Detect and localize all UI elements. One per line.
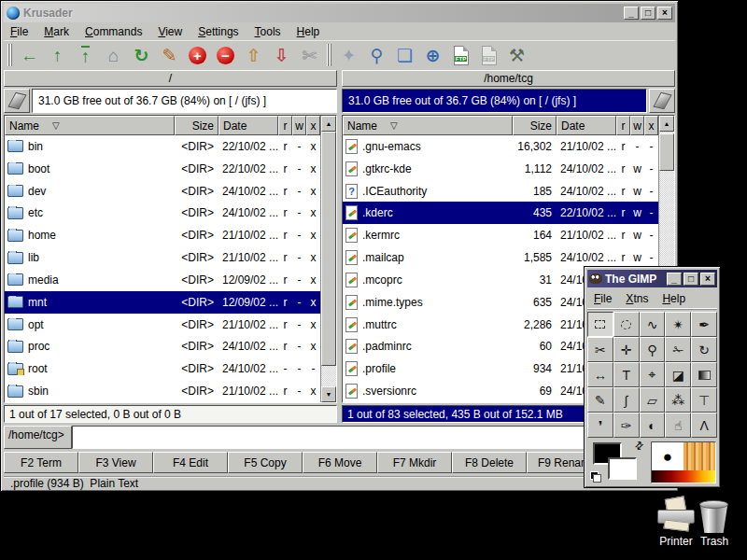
file-row[interactable]: proc<DIR>24/10/02 ...r-x: [5, 335, 320, 357]
flip-tool-icon[interactable]: ↔: [587, 362, 613, 387]
column-header-w[interactable]: w: [630, 116, 644, 135]
maximize-icon[interactable]: □: [641, 7, 655, 20]
krusader-titlebar[interactable]: Krusader _ □ ×: [4, 4, 675, 22]
file-row[interactable]: media<DIR>12/09/02 ...r-x: [5, 269, 320, 291]
left-scrollbar[interactable]: ▲ ▼: [320, 116, 336, 402]
dodge-burn-tool-icon[interactable]: ◐: [640, 413, 666, 438]
column-header-name[interactable]: Name▽: [343, 116, 513, 135]
toolbar-handle[interactable]: [327, 44, 331, 66]
gimp-menu-help[interactable]: Help: [662, 292, 685, 305]
bucket-fill-tool-icon[interactable]: ◪: [665, 362, 691, 387]
menu-view[interactable]: View: [158, 25, 182, 38]
ftp-disconnect-icon[interactable]: FTP: [476, 43, 501, 67]
file-row[interactable]: .kermrc16421/10/02 ...rw-: [343, 224, 658, 246]
scroll-up-icon[interactable]: ▲: [659, 116, 674, 132]
fg-bg-color-selector[interactable]: ⇄: [588, 441, 646, 483]
compare-icon[interactable]: ✄: [297, 43, 322, 67]
color-picker-tool-icon[interactable]: ⌖: [640, 362, 666, 387]
minimize-icon[interactable]: _: [624, 7, 639, 20]
mount-icon[interactable]: ❏: [392, 43, 417, 67]
fn-key-f3-button[interactable]: F3 View: [78, 452, 153, 473]
gradient-tool-icon[interactable]: [691, 362, 717, 387]
file-row[interactable]: .gtkrc-kde1,11224/10/02 ...rw-: [343, 158, 658, 180]
magnify-tool-icon[interactable]: ⚲: [640, 337, 666, 362]
fn-key-f8-button[interactable]: F8 Delete: [452, 452, 527, 473]
left-path-button[interactable]: /: [4, 70, 337, 87]
clone-tool-icon[interactable]: ⊤: [691, 387, 717, 413]
swap-colors-icon[interactable]: ⇄: [632, 439, 647, 454]
transform-tool-icon[interactable]: ↻: [691, 337, 717, 362]
menu-mark[interactable]: Mark: [44, 25, 69, 38]
scrollbar-thumb[interactable]: [659, 133, 674, 171]
eraser-tool-icon[interactable]: ▱: [640, 387, 666, 413]
bezier-select-tool-icon[interactable]: ✒: [691, 312, 717, 337]
fn-key-f7-button[interactable]: F7 Mkdir: [377, 452, 452, 473]
ftp-connect-icon[interactable]: FTP: [448, 43, 473, 67]
fn-key-f4-button[interactable]: F4 Edit: [153, 452, 228, 473]
gimp-menu-xtns[interactable]: Xtns: [626, 292, 648, 305]
gimp-menu-file[interactable]: File: [594, 292, 612, 305]
file-row[interactable]: lib<DIR>21/10/02 ...r-x: [5, 246, 320, 269]
unpack-icon[interactable]: ⇧: [241, 43, 266, 67]
column-header-date[interactable]: Date: [557, 116, 616, 135]
trash-desktop-icon[interactable]: Trash: [693, 497, 736, 548]
menu-help[interactable]: Help: [297, 25, 320, 38]
right-path-button[interactable]: /home/tcg: [342, 70, 675, 87]
select-group-icon[interactable]: +: [185, 43, 210, 67]
ellipse-select-tool-icon[interactable]: [613, 312, 640, 337]
fn-key-f2-button[interactable]: F2 Term: [4, 452, 78, 473]
crop-tool-icon[interactable]: ✁: [665, 337, 691, 362]
file-row[interactable]: sbin<DIR>21/10/02 ...r-x: [5, 380, 320, 402]
close-icon[interactable]: ×: [700, 273, 715, 286]
file-row[interactable]: opt<DIR>21/10/02 ...r-x: [5, 314, 320, 336]
media-button[interactable]: [4, 89, 30, 113]
column-header-date[interactable]: Date: [218, 116, 278, 135]
background-color-swatch[interactable]: [608, 457, 637, 480]
free-select-tool-icon[interactable]: ∿: [640, 312, 666, 337]
net-connect-icon[interactable]: ⊕: [420, 43, 445, 67]
search-icon[interactable]: ⚲: [364, 43, 389, 67]
maximize-icon[interactable]: □: [684, 273, 698, 286]
measure-tool-icon[interactable]: Λ: [691, 413, 717, 438]
paintbrush-tool-icon[interactable]: ∫: [613, 387, 640, 413]
file-row[interactable]: etc<DIR>24/10/02 ...r-x: [5, 202, 320, 224]
column-header-r[interactable]: r: [616, 116, 630, 135]
fuzzy-select-tool-icon[interactable]: ✴: [665, 312, 691, 337]
menu-commands[interactable]: Commands: [85, 25, 142, 38]
back-icon[interactable]: ←: [17, 43, 42, 67]
file-row[interactable]: bin<DIR>22/10/02 ...r-x: [5, 135, 320, 158]
scissors-tool-icon[interactable]: ✂: [587, 337, 613, 362]
column-header-w[interactable]: w: [292, 116, 306, 135]
file-row[interactable]: mnt<DIR>12/09/02 ...r-x: [5, 291, 320, 314]
refresh-icon[interactable]: ↻: [129, 43, 154, 67]
menu-file[interactable]: File: [10, 25, 28, 38]
ink-tool-icon[interactable]: ✑: [613, 413, 640, 438]
root-icon[interactable]: ↑: [73, 43, 98, 67]
minimize-icon[interactable]: _: [667, 273, 682, 286]
konfigurator-icon[interactable]: ⚒: [504, 43, 529, 67]
file-row[interactable]: .kderc43522/10/02 ...rw-: [343, 202, 658, 224]
pencil-tool-icon[interactable]: ✎: [587, 387, 613, 413]
scroll-down-icon[interactable]: ▼: [321, 386, 336, 402]
file-row[interactable]: ?.ICEauthority18524/10/02 ...rw-: [343, 180, 658, 203]
column-header-r[interactable]: r: [278, 116, 292, 135]
toolbar-handle[interactable]: [7, 44, 12, 66]
text-tool-icon[interactable]: T: [613, 362, 640, 387]
menu-settings[interactable]: Settings: [198, 25, 238, 38]
close-icon[interactable]: ×: [657, 7, 672, 20]
convolve-tool-icon[interactable]: ❜: [587, 413, 613, 438]
smudge-tool-icon[interactable]: ☝: [665, 413, 691, 438]
active-brush-indicator[interactable]: ●: [652, 442, 684, 470]
fn-key-f6-button[interactable]: F6 Move: [303, 452, 377, 473]
column-header-x[interactable]: x: [644, 116, 658, 135]
scroll-up-icon[interactable]: ▲: [321, 116, 336, 132]
file-row[interactable]: boot<DIR>22/10/02 ...r-x: [5, 158, 320, 180]
up-icon[interactable]: ↑: [45, 43, 70, 67]
column-header-name[interactable]: Name▽: [5, 116, 175, 135]
properties-icon[interactable]: ✎: [157, 43, 182, 67]
column-header-x[interactable]: x: [306, 116, 320, 135]
scrollbar-thumb[interactable]: [321, 132, 336, 366]
file-row[interactable]: .gnu-emacs16,30221/10/02 ...r--: [343, 135, 658, 158]
pack-icon[interactable]: ⇩: [269, 43, 294, 67]
home-icon[interactable]: ⌂: [101, 43, 126, 67]
